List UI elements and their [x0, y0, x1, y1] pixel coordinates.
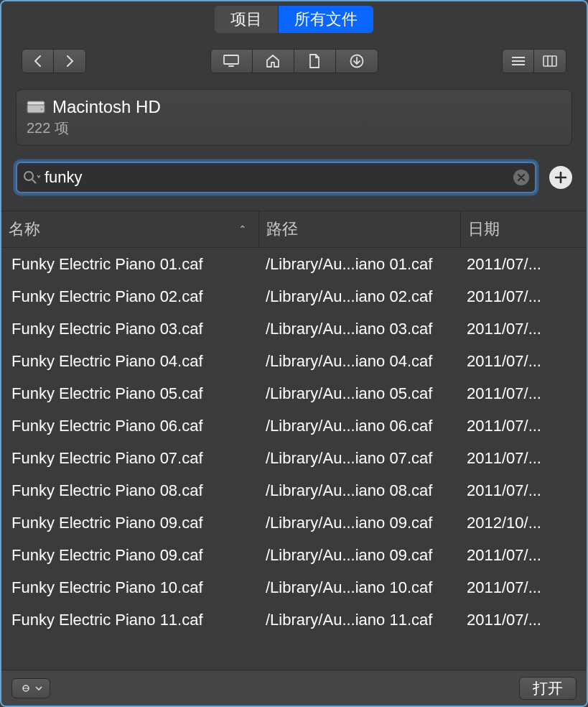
tab-group: 项目 所有文件: [215, 6, 373, 33]
file-name: Funky Electric Piano 09.caf: [1, 546, 258, 565]
forward-button[interactable]: [54, 50, 85, 73]
ellipsis-icon: [19, 685, 32, 692]
location-title-row: Macintosh HD: [27, 97, 561, 117]
svg-rect-6: [543, 56, 556, 66]
file-date: 2011/07/...: [459, 255, 587, 274]
location-subtitle: 222 项: [27, 119, 561, 138]
file-name: Funky Electric Piano 06.caf: [1, 417, 258, 435]
tab-bar: 项目 所有文件: [1, 1, 587, 33]
search-icon: [23, 170, 40, 185]
hard-drive-icon: [27, 101, 45, 114]
add-button[interactable]: [549, 166, 572, 189]
file-date: 2012/10/...: [459, 514, 587, 532]
file-date: 2011/07/...: [459, 578, 587, 597]
file-path: /Library/Au...iano 04.caf: [258, 352, 459, 371]
file-date: 2011/07/...: [459, 481, 587, 500]
svg-point-16: [25, 688, 27, 689]
downloads-button[interactable]: [336, 50, 378, 73]
table-row[interactable]: Funky Electric Piano 09.caf/Library/Au..…: [1, 507, 587, 539]
file-date: 2011/07/...: [459, 384, 587, 403]
table-row[interactable]: Funky Electric Piano 08.caf/Library/Au..…: [1, 474, 587, 507]
svg-point-11: [41, 108, 42, 110]
file-name: Funky Electric Piano 01.caf: [1, 255, 258, 274]
table-row[interactable]: Funky Electric Piano 10.caf/Library/Au..…: [1, 571, 587, 604]
file-browser-window: 项目 所有文件: [0, 0, 588, 707]
tab-project[interactable]: 项目: [215, 6, 279, 33]
file-name: Funky Electric Piano 08.caf: [1, 481, 258, 500]
monitor-icon: [223, 55, 239, 68]
plus-icon: [555, 172, 566, 183]
svg-rect-1: [228, 65, 234, 67]
nav-segment: [22, 49, 86, 73]
column-header-name[interactable]: 名称 ⌃: [1, 211, 258, 247]
file-path: /Library/Au...iano 01.caf: [258, 255, 459, 274]
list-icon: [511, 56, 526, 66]
search-input[interactable]: [45, 168, 513, 187]
list-view-button[interactable]: [503, 50, 534, 73]
file-date: 2011/07/...: [459, 449, 587, 468]
table-row[interactable]: Funky Electric Piano 09.caf/Library/Au..…: [1, 539, 587, 571]
home-icon: [266, 55, 280, 68]
table-row[interactable]: Funky Electric Piano 05.caf/Library/Au..…: [1, 377, 587, 410]
svg-rect-10: [27, 101, 45, 105]
file-name: Funky Electric Piano 07.caf: [1, 449, 258, 468]
svg-line-13: [32, 180, 36, 183]
file-path: /Library/Au...iano 08.caf: [258, 481, 459, 500]
file-name: Funky Electric Piano 05.caf: [1, 384, 258, 403]
svg-rect-0: [224, 55, 238, 64]
file-path: /Library/Au...iano 10.caf: [258, 578, 459, 597]
footer: 打开: [1, 670, 587, 706]
column-view-button[interactable]: [534, 50, 566, 73]
chevron-right-icon: [65, 55, 74, 67]
table-row[interactable]: Funky Electric Piano 01.caf/Library/Au..…: [1, 248, 587, 280]
search-field[interactable]: [16, 162, 536, 193]
back-button[interactable]: [22, 50, 54, 73]
file-name: Funky Electric Piano 10.caf: [1, 578, 258, 597]
search-row: [16, 162, 572, 193]
file-path: /Library/Au...iano 09.caf: [258, 514, 459, 532]
file-date: 2011/07/...: [459, 287, 587, 306]
documents-button[interactable]: [294, 50, 336, 73]
location-card[interactable]: Macintosh HD 222 项: [16, 89, 572, 146]
file-path: /Library/Au...iano 02.caf: [258, 287, 459, 306]
column-header-row: 名称 ⌃ 路径 日期: [1, 211, 587, 248]
file-name: Funky Electric Piano 11.caf: [1, 611, 258, 629]
location-title: Macintosh HD: [52, 97, 161, 117]
svg-point-15: [24, 688, 25, 689]
svg-point-12: [24, 172, 33, 180]
column-header-name-label: 名称: [9, 218, 40, 240]
table-row[interactable]: Funky Electric Piano 11.caf/Library/Au..…: [1, 604, 587, 636]
column-header-path[interactable]: 路径: [259, 211, 460, 247]
home-button[interactable]: [253, 50, 294, 73]
file-path: /Library/Au...iano 09.caf: [258, 546, 459, 565]
chevron-down-icon: [35, 685, 42, 691]
actions-menu-button[interactable]: [11, 678, 50, 698]
sort-indicator-icon: ⌃: [238, 223, 247, 235]
table-row[interactable]: Funky Electric Piano 03.caf/Library/Au..…: [1, 313, 587, 345]
column-header-date-label: 日期: [468, 218, 500, 240]
file-name: Funky Electric Piano 09.caf: [1, 514, 258, 532]
table-row[interactable]: Funky Electric Piano 06.caf/Library/Au..…: [1, 410, 587, 442]
file-list[interactable]: Funky Electric Piano 01.caf/Library/Au..…: [1, 248, 587, 670]
table-row[interactable]: Funky Electric Piano 04.caf/Library/Au..…: [1, 345, 587, 377]
column-header-date[interactable]: 日期: [461, 211, 587, 247]
clear-search-button[interactable]: [513, 170, 529, 185]
table-row[interactable]: Funky Electric Piano 02.caf/Library/Au..…: [1, 280, 587, 313]
file-name: Funky Electric Piano 03.caf: [1, 320, 258, 338]
file-date: 2011/07/...: [459, 546, 587, 565]
file-date: 2011/07/...: [459, 611, 587, 629]
x-icon: [518, 174, 525, 181]
tab-all-files[interactable]: 所有文件: [279, 6, 373, 33]
table-row[interactable]: Funky Electric Piano 07.caf/Library/Au..…: [1, 442, 587, 474]
open-button[interactable]: 打开: [519, 677, 577, 700]
computer-button[interactable]: [211, 50, 253, 73]
file-date: 2011/07/...: [459, 320, 587, 338]
file-name: Funky Electric Piano 02.caf: [1, 287, 258, 306]
file-date: 2011/07/...: [459, 417, 587, 435]
file-path: /Library/Au...iano 07.caf: [258, 449, 459, 468]
document-icon: [309, 54, 320, 68]
places-segment: [210, 49, 378, 73]
file-name: Funky Electric Piano 04.caf: [1, 352, 258, 371]
download-icon: [350, 54, 364, 68]
toolbar: [1, 33, 587, 89]
